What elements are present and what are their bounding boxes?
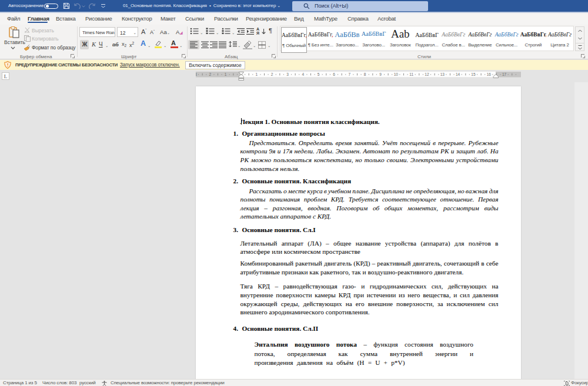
- svg-text:12: 12: [425, 72, 429, 76]
- svg-text:5: 5: [318, 72, 320, 76]
- svg-text:9: 9: [379, 72, 382, 76]
- svg-text:10: 10: [394, 72, 399, 76]
- svg-text:17: 17: [502, 72, 507, 76]
- svg-text:11: 11: [409, 72, 413, 76]
- svg-text:14: 14: [456, 72, 460, 76]
- svg-text:1: 1: [256, 72, 258, 76]
- svg-text:16: 16: [487, 72, 492, 76]
- svg-text:3: 3: [286, 72, 289, 76]
- svg-text:8: 8: [364, 72, 366, 76]
- svg-text:1: 1: [225, 72, 227, 76]
- svg-text:2: 2: [209, 72, 212, 76]
- svg-text:13: 13: [440, 72, 445, 76]
- svg-text:2: 2: [271, 72, 273, 76]
- svg-text:15: 15: [471, 72, 476, 76]
- svg-text:7: 7: [348, 72, 350, 76]
- svg-text:6: 6: [333, 72, 335, 76]
- svg-text:4: 4: [302, 72, 305, 76]
